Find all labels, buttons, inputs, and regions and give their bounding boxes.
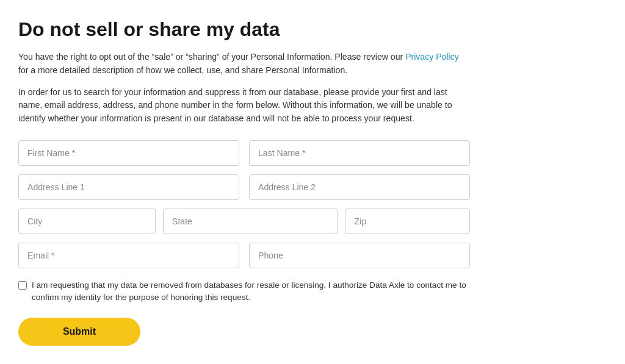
phone-input[interactable] — [249, 243, 470, 268]
zip-input[interactable] — [345, 209, 470, 234]
intro-paragraph-1: You have the right to opt out of the “sa… — [18, 51, 470, 77]
email-phone-row — [18, 243, 470, 268]
state-input[interactable] — [163, 209, 338, 234]
city-field — [18, 209, 156, 234]
city-input[interactable] — [18, 209, 156, 234]
zip-field — [345, 209, 470, 234]
consent-checkbox[interactable] — [18, 281, 27, 290]
first-name-field — [18, 140, 239, 166]
address-line1-field — [18, 174, 239, 200]
consent-label[interactable]: I am requesting that my data be removed … — [32, 279, 470, 304]
page-container: Do not sell or share my data You have th… — [12, 18, 476, 346]
email-field — [18, 243, 239, 268]
first-name-input[interactable] — [18, 140, 239, 166]
consent-row: I am requesting that my data be removed … — [18, 279, 470, 304]
address-line2-input[interactable] — [249, 174, 470, 200]
submit-button[interactable]: Submit — [18, 318, 140, 346]
city-state-zip-row — [18, 209, 470, 234]
last-name-input[interactable] — [249, 140, 470, 166]
page-title: Do not sell or share my data — [18, 18, 470, 41]
last-name-field — [249, 140, 470, 166]
address-row — [18, 174, 470, 200]
name-row — [18, 140, 470, 166]
phone-field — [249, 243, 470, 268]
email-input[interactable] — [18, 243, 239, 268]
state-field — [163, 209, 338, 234]
address-line1-input[interactable] — [18, 174, 239, 200]
form-section: I am requesting that my data be removed … — [18, 140, 470, 346]
privacy-policy-link[interactable]: Privacy Policy — [405, 52, 459, 62]
address-line2-field — [249, 174, 470, 200]
intro-paragraph-2: In order for us to search for your infor… — [18, 86, 470, 126]
